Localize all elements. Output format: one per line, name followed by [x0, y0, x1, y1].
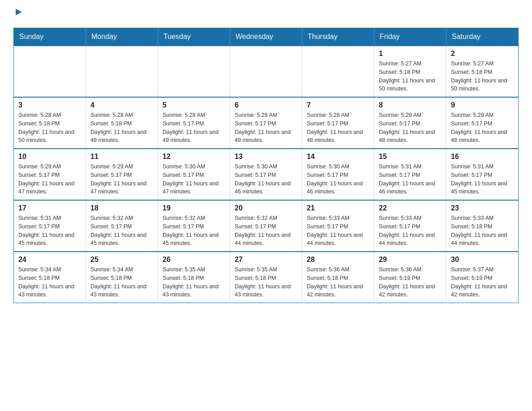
day-number: 15 [379, 153, 442, 161]
day-info: Sunrise: 5:34 AM Sunset: 5:18 PM Dayligh… [90, 265, 153, 299]
day-number: 24 [18, 256, 81, 264]
logo [13, 9, 23, 19]
day-info: Sunrise: 5:27 AM Sunset: 5:18 PM Dayligh… [451, 60, 514, 93]
calendar-cell: 20Sunrise: 5:32 AM Sunset: 5:17 PM Dayli… [230, 200, 302, 252]
calendar-cell: 13Sunrise: 5:30 AM Sunset: 5:17 PM Dayli… [230, 149, 302, 200]
day-number: 29 [379, 256, 442, 264]
day-number: 25 [90, 256, 153, 264]
day-info: Sunrise: 5:32 AM Sunset: 5:17 PM Dayligh… [235, 214, 297, 248]
day-info: Sunrise: 5:31 AM Sunset: 5:17 PM Dayligh… [379, 163, 442, 196]
calendar-cell: 5Sunrise: 5:28 AM Sunset: 5:17 PM Daylig… [158, 97, 230, 149]
calendar-cell: 19Sunrise: 5:32 AM Sunset: 5:17 PM Dayli… [158, 200, 230, 252]
logo-arrow-icon [15, 8, 23, 18]
calendar-cell: 23Sunrise: 5:33 AM Sunset: 5:18 PM Dayli… [446, 200, 519, 252]
day-number: 10 [18, 153, 81, 161]
day-info: Sunrise: 5:31 AM Sunset: 5:17 PM Dayligh… [451, 163, 514, 196]
calendar-cell: 21Sunrise: 5:33 AM Sunset: 5:17 PM Dayli… [302, 200, 374, 252]
day-number: 21 [307, 204, 369, 212]
day-info: Sunrise: 5:29 AM Sunset: 5:17 PM Dayligh… [18, 163, 81, 196]
calendar-cell: 29Sunrise: 5:36 AM Sunset: 5:19 PM Dayli… [374, 252, 446, 303]
calendar-cell: 30Sunrise: 5:37 AM Sunset: 5:19 PM Dayli… [446, 252, 519, 303]
weekday-header-thursday: Thursday [302, 28, 374, 46]
calendar-cell: 3Sunrise: 5:28 AM Sunset: 5:18 PM Daylig… [14, 97, 86, 149]
calendar-cell: 11Sunrise: 5:29 AM Sunset: 5:17 PM Dayli… [86, 149, 158, 200]
day-info: Sunrise: 5:30 AM Sunset: 5:17 PM Dayligh… [235, 163, 297, 196]
calendar-cell: 2Sunrise: 5:27 AM Sunset: 5:18 PM Daylig… [446, 46, 519, 97]
weekday-header-row: SundayMondayTuesdayWednesdayThursdayFrid… [14, 28, 519, 46]
day-number: 6 [235, 101, 297, 109]
day-number: 18 [90, 204, 153, 212]
day-number: 19 [163, 204, 225, 212]
day-info: Sunrise: 5:28 AM Sunset: 5:18 PM Dayligh… [90, 111, 153, 145]
day-number: 28 [307, 256, 369, 264]
calendar-week-3: 10Sunrise: 5:29 AM Sunset: 5:17 PM Dayli… [14, 149, 519, 200]
calendar-cell: 18Sunrise: 5:32 AM Sunset: 5:17 PM Dayli… [86, 200, 158, 252]
calendar-cell: 25Sunrise: 5:34 AM Sunset: 5:18 PM Dayli… [86, 252, 158, 303]
day-info: Sunrise: 5:35 AM Sunset: 5:18 PM Dayligh… [163, 265, 225, 299]
calendar-cell: 8Sunrise: 5:29 AM Sunset: 5:17 PM Daylig… [374, 97, 446, 149]
calendar-cell: 1Sunrise: 5:27 AM Sunset: 5:18 PM Daylig… [374, 46, 446, 97]
calendar-cell: 17Sunrise: 5:31 AM Sunset: 5:17 PM Dayli… [14, 200, 86, 252]
day-number: 17 [18, 204, 81, 212]
day-info: Sunrise: 5:30 AM Sunset: 5:17 PM Dayligh… [307, 163, 369, 196]
day-info: Sunrise: 5:29 AM Sunset: 5:17 PM Dayligh… [90, 163, 153, 196]
day-info: Sunrise: 5:37 AM Sunset: 5:19 PM Dayligh… [451, 265, 514, 299]
weekday-header-sunday: Sunday [14, 28, 86, 46]
day-info: Sunrise: 5:31 AM Sunset: 5:17 PM Dayligh… [18, 214, 81, 248]
day-info: Sunrise: 5:32 AM Sunset: 5:17 PM Dayligh… [90, 214, 153, 248]
day-number: 7 [307, 101, 369, 109]
calendar-cell: 16Sunrise: 5:31 AM Sunset: 5:17 PM Dayli… [446, 149, 519, 200]
day-info: Sunrise: 5:28 AM Sunset: 5:17 PM Dayligh… [163, 111, 225, 145]
day-info: Sunrise: 5:29 AM Sunset: 5:17 PM Dayligh… [451, 111, 514, 145]
calendar-cell [14, 46, 86, 97]
calendar-cell: 22Sunrise: 5:33 AM Sunset: 5:17 PM Dayli… [374, 200, 446, 252]
day-number: 12 [163, 153, 225, 161]
day-number: 14 [307, 153, 369, 161]
day-info: Sunrise: 5:33 AM Sunset: 5:17 PM Dayligh… [307, 214, 369, 248]
day-number: 30 [451, 256, 514, 264]
day-number: 13 [235, 153, 297, 161]
day-info: Sunrise: 5:36 AM Sunset: 5:18 PM Dayligh… [307, 265, 369, 299]
calendar-cell: 15Sunrise: 5:31 AM Sunset: 5:17 PM Dayli… [374, 149, 446, 200]
calendar-cell: 4Sunrise: 5:28 AM Sunset: 5:18 PM Daylig… [86, 97, 158, 149]
calendar-cell: 12Sunrise: 5:30 AM Sunset: 5:17 PM Dayli… [158, 149, 230, 200]
calendar-cell: 9Sunrise: 5:29 AM Sunset: 5:17 PM Daylig… [446, 97, 519, 149]
weekday-header-tuesday: Tuesday [158, 28, 230, 46]
calendar-cell [86, 46, 158, 97]
calendar-cell [302, 46, 374, 97]
day-number: 27 [235, 256, 297, 264]
calendar-table: SundayMondayTuesdayWednesdayThursdayFrid… [13, 28, 519, 303]
day-info: Sunrise: 5:35 AM Sunset: 5:18 PM Dayligh… [235, 265, 297, 299]
calendar-header: SundayMondayTuesdayWednesdayThursdayFrid… [14, 28, 519, 46]
day-info: Sunrise: 5:34 AM Sunset: 5:18 PM Dayligh… [18, 265, 81, 299]
day-info: Sunrise: 5:32 AM Sunset: 5:17 PM Dayligh… [163, 214, 225, 248]
day-info: Sunrise: 5:28 AM Sunset: 5:18 PM Dayligh… [18, 111, 81, 145]
day-number: 26 [163, 256, 225, 264]
calendar-cell [230, 46, 302, 97]
day-number: 9 [451, 101, 514, 109]
calendar-week-4: 17Sunrise: 5:31 AM Sunset: 5:17 PM Dayli… [14, 200, 519, 252]
svg-marker-0 [16, 9, 22, 15]
weekday-header-saturday: Saturday [446, 28, 519, 46]
calendar-cell: 14Sunrise: 5:30 AM Sunset: 5:17 PM Dayli… [302, 149, 374, 200]
day-number: 20 [235, 204, 297, 212]
day-info: Sunrise: 5:27 AM Sunset: 5:18 PM Dayligh… [379, 60, 442, 93]
day-info: Sunrise: 5:30 AM Sunset: 5:17 PM Dayligh… [163, 163, 225, 196]
weekday-header-friday: Friday [374, 28, 446, 46]
day-number: 1 [379, 50, 442, 58]
day-number: 23 [451, 204, 514, 212]
page-header [13, 9, 519, 19]
day-info: Sunrise: 5:36 AM Sunset: 5:19 PM Dayligh… [379, 265, 442, 299]
day-info: Sunrise: 5:28 AM Sunset: 5:17 PM Dayligh… [307, 111, 369, 145]
day-info: Sunrise: 5:28 AM Sunset: 5:17 PM Dayligh… [235, 111, 297, 145]
calendar-week-2: 3Sunrise: 5:28 AM Sunset: 5:18 PM Daylig… [14, 97, 519, 149]
day-info: Sunrise: 5:33 AM Sunset: 5:18 PM Dayligh… [451, 214, 514, 248]
day-number: 3 [18, 101, 81, 109]
weekday-header-wednesday: Wednesday [230, 28, 302, 46]
day-number: 11 [90, 153, 153, 161]
calendar-cell: 27Sunrise: 5:35 AM Sunset: 5:18 PM Dayli… [230, 252, 302, 303]
day-info: Sunrise: 5:29 AM Sunset: 5:17 PM Dayligh… [379, 111, 442, 145]
day-number: 8 [379, 101, 442, 109]
calendar-cell [158, 46, 230, 97]
day-number: 5 [163, 101, 225, 109]
